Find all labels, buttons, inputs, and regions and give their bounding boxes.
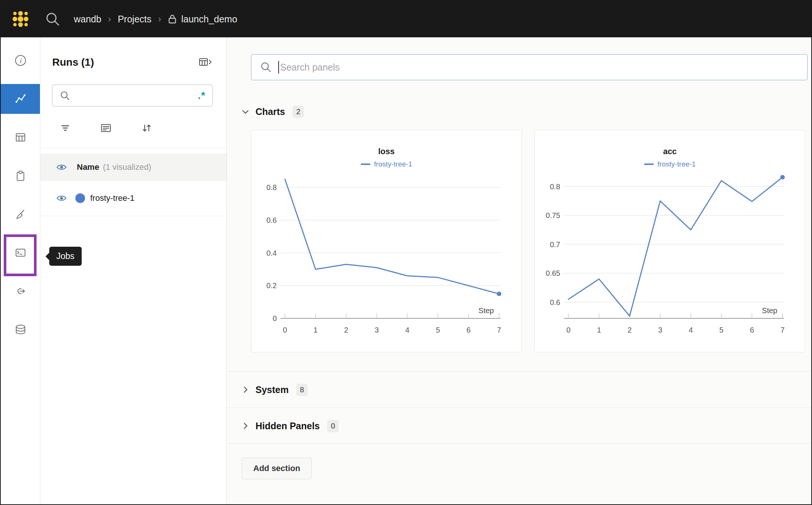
broom-icon [14, 208, 27, 221]
link-icon [14, 285, 27, 297]
section-label: System [255, 384, 289, 395]
legend-swatch [361, 163, 370, 165]
loss-chart-plot[interactable]: 00.20.40.60.801234567Step [256, 171, 517, 339]
svg-text:0.6: 0.6 [550, 298, 560, 306]
breadcrumb-item-project[interactable]: launch_demo [168, 14, 237, 25]
runs-panel: Runs (1) .* [40, 37, 227, 504]
panels-search-box[interactable] [251, 54, 808, 80]
chevron-down-icon [241, 107, 250, 116]
line-chart-icon [14, 93, 27, 105]
svg-text:5: 5 [719, 326, 723, 334]
svg-text:0.8: 0.8 [266, 183, 277, 191]
chart-panel-acc[interactable]: acc frosty-tree-1 0.60.650.70.750.801234… [534, 130, 805, 352]
chart-legend: frosty-tree-1 [644, 160, 696, 168]
panels-workspace: Charts 2 loss frosty-tree-1 00.20.40.60.… [227, 37, 811, 504]
topbar: wandb › Projects › launch_demo [1, 1, 811, 37]
filter-icon[interactable] [59, 122, 72, 134]
svg-text:4: 4 [405, 326, 409, 334]
run-row[interactable]: frosty-tree-1 [40, 181, 226, 216]
search-icon [59, 90, 70, 101]
svg-text:0: 0 [566, 326, 570, 334]
sidebar-item-artifacts[interactable] [1, 310, 40, 349]
sidebar-item-tables[interactable] [1, 118, 40, 156]
group-list-icon[interactable] [100, 122, 112, 134]
chart-legend: frosty-tree-1 [361, 160, 412, 168]
legend-swatch [644, 163, 654, 165]
chart-title: loss [251, 147, 521, 156]
legend-label: frosty-tree-1 [374, 160, 412, 168]
wandb-logo[interactable] [10, 8, 31, 30]
run-name[interactable]: frosty-tree-1 [90, 193, 135, 203]
svg-text:0: 0 [273, 314, 277, 322]
chart-panel-loss[interactable]: loss frosty-tree-1 00.20.40.60.801234567… [251, 130, 522, 352]
breadcrumb-item-projects[interactable]: Projects [118, 14, 151, 25]
section-divider [227, 408, 811, 408]
sidebar-item-sweeps[interactable] [1, 195, 40, 233]
sidebar-item-automations[interactable] [1, 272, 40, 310]
svg-text:Step: Step [762, 306, 777, 315]
section-header-system[interactable]: System 8 [241, 382, 811, 397]
sidebar-item-jobs[interactable] [1, 233, 40, 272]
acc-chart-plot[interactable]: 0.60.650.70.750.801234567Step [539, 171, 800, 339]
svg-text:6: 6 [466, 326, 470, 334]
section-count-badge: 2 [292, 106, 304, 118]
svg-text:6: 6 [750, 326, 754, 334]
svg-text:0.4: 0.4 [266, 249, 277, 257]
visibility-eye-icon[interactable] [56, 162, 67, 172]
section-header-charts[interactable]: Charts 2 [241, 106, 811, 118]
svg-text:0.65: 0.65 [546, 269, 560, 277]
sidebar-item-logs[interactable] [1, 156, 40, 195]
regex-toggle[interactable]: .* [198, 92, 206, 99]
svg-text:i: i [20, 57, 22, 65]
svg-text:5: 5 [436, 326, 440, 334]
section-label: Charts [255, 106, 285, 117]
svg-text:4: 4 [689, 326, 693, 334]
breadcrumb: wandb › Projects › launch_demo [74, 14, 237, 25]
visualized-count: (1 visualized) [103, 162, 151, 172]
svg-text:3: 3 [658, 326, 662, 334]
runs-table-header-row: Name (1 visualized) [40, 154, 226, 181]
text-caret [278, 61, 279, 74]
icon-sidebar: i [1, 37, 40, 504]
svg-text:0.8: 0.8 [550, 183, 560, 191]
search-icon[interactable] [44, 10, 61, 28]
svg-text:Step: Step [479, 306, 494, 315]
svg-text:0.75: 0.75 [546, 211, 560, 219]
runs-search-box[interactable]: .* [52, 84, 213, 107]
table-icon [14, 131, 27, 144]
section-header-hidden-panels[interactable]: Hidden Panels 0 [241, 418, 811, 433]
breadcrumb-separator: › [158, 14, 161, 24]
svg-text:7: 7 [780, 326, 784, 334]
breadcrumb-item-entity[interactable]: wandb [74, 14, 101, 25]
clipboard-icon [14, 169, 27, 182]
runs-search-input[interactable] [75, 91, 198, 100]
add-section-button[interactable]: Add section [242, 458, 312, 479]
svg-text:0.6: 0.6 [266, 216, 277, 224]
expand-table-icon[interactable] [198, 56, 213, 69]
terminal-icon [14, 246, 27, 259]
breadcrumb-separator: › [108, 14, 111, 24]
section-count-badge: 8 [296, 384, 308, 396]
breadcrumb-project-name: launch_demo [181, 14, 237, 25]
database-icon [14, 323, 27, 336]
svg-text:2: 2 [627, 326, 631, 334]
sidebar-item-charts[interactable] [1, 84, 40, 114]
search-icon [260, 61, 272, 74]
section-divider [227, 443, 811, 444]
section-label: Hidden Panels [255, 421, 320, 431]
svg-text:1: 1 [313, 326, 317, 334]
sort-icon[interactable] [140, 122, 153, 134]
svg-text:0: 0 [283, 326, 287, 334]
visibility-eye-icon[interactable] [56, 193, 67, 203]
sidebar-item-overview[interactable]: i [1, 41, 40, 80]
chevron-right-icon [241, 421, 250, 430]
svg-text:7: 7 [497, 326, 501, 334]
svg-text:1: 1 [597, 326, 601, 334]
runs-title: Runs (1) [52, 56, 94, 68]
panels-search-input[interactable] [280, 62, 799, 73]
svg-text:0.7: 0.7 [550, 240, 560, 249]
app-window: wandb › Projects › launch_demo i [0, 0, 812, 505]
name-column-header[interactable]: Name [77, 162, 99, 172]
chevron-right-icon [241, 385, 250, 394]
legend-label: frosty-tree-1 [658, 160, 696, 168]
